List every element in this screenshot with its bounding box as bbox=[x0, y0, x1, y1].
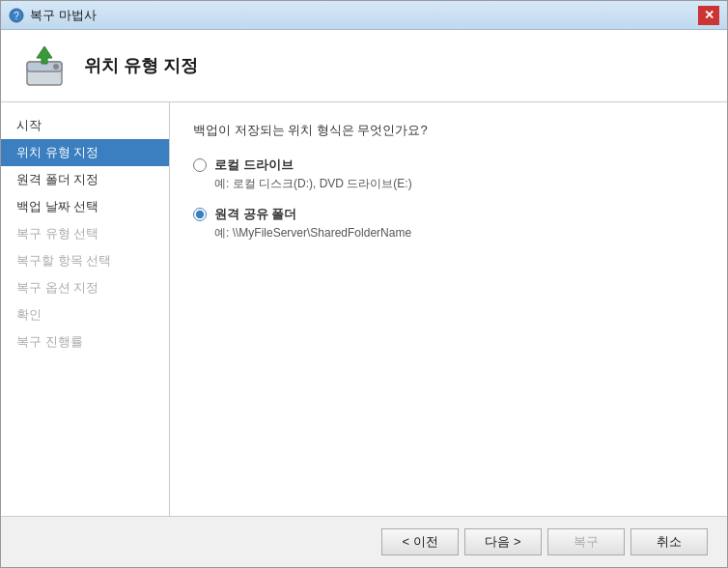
content-area: 백업이 저장되는 위치 형식은 무엇인가요? 로컬 드라이브 예: 로컬 디스크… bbox=[170, 102, 727, 516]
sidebar-item-start: 시작 bbox=[1, 112, 169, 139]
sidebar-item-recovery-items: 복구할 항목 선택 bbox=[1, 247, 169, 274]
radio-group: 로컬 드라이브 예: 로컬 디스크(D:), DVD 드라이브(E:) 원격 공… bbox=[193, 156, 704, 241]
prev-button[interactable]: < 이전 bbox=[381, 528, 459, 555]
sidebar-item-location-type: 위치 유형 지정 bbox=[1, 139, 169, 166]
sidebar-item-progress: 복구 진행률 bbox=[1, 328, 169, 355]
remote-folder-option: 원격 공유 폴더 예: \\MyFileServer\SharedFolderN… bbox=[193, 206, 704, 241]
svg-point-4 bbox=[53, 64, 59, 70]
remote-folder-label: 원격 공유 폴더 bbox=[214, 206, 296, 223]
main-content: 시작 위치 유형 지정 원격 폴더 지정 백업 날짜 선택 복구 유형 선택 복… bbox=[1, 102, 727, 516]
title-bar-left: ? 복구 마법사 bbox=[9, 7, 97, 24]
remote-folder-desc: 예: \\MyFileServer\SharedFolderName bbox=[214, 225, 704, 241]
sidebar-item-recovery-options: 복구 옵션 지정 bbox=[1, 274, 169, 301]
local-drive-label-row: 로컬 드라이브 bbox=[193, 156, 704, 174]
svg-text:?: ? bbox=[14, 11, 19, 21]
next-button[interactable]: 다음 > bbox=[464, 528, 542, 555]
content-question: 백업이 저장되는 위치 형식은 무엇인가요? bbox=[193, 122, 704, 139]
sidebar-item-backup-date: 백업 날짜 선택 bbox=[1, 193, 169, 220]
local-drive-desc: 예: 로컬 디스크(D:), DVD 드라이브(E:) bbox=[214, 176, 704, 192]
local-drive-radio[interactable] bbox=[193, 158, 207, 172]
wizard-window: ? 복구 마법사 ✕ 위치 유형 지정 시작 위치 유형 지정 원격 폴더 지정 bbox=[0, 0, 728, 568]
sidebar-item-remote-folder: 원격 폴더 지정 bbox=[1, 166, 169, 193]
title-bar: ? 복구 마법사 ✕ bbox=[1, 1, 727, 30]
recover-button[interactable]: 복구 bbox=[547, 528, 625, 555]
header-section: 위치 유형 지정 bbox=[1, 30, 727, 102]
footer: < 이전 다음 > 복구 취소 bbox=[1, 516, 727, 567]
local-drive-option: 로컬 드라이브 예: 로컬 디스크(D:), DVD 드라이브(E:) bbox=[193, 156, 704, 192]
title-icon: ? bbox=[9, 8, 24, 23]
local-drive-label: 로컬 드라이브 bbox=[214, 156, 294, 174]
page-title: 위치 유형 지정 bbox=[84, 54, 198, 77]
header-icon bbox=[20, 42, 69, 90]
sidebar-item-confirm: 확인 bbox=[1, 301, 169, 328]
remote-folder-label-row: 원격 공유 폴더 bbox=[193, 206, 704, 223]
header-svg-icon bbox=[21, 43, 68, 89]
sidebar: 시작 위치 유형 지정 원격 폴더 지정 백업 날짜 선택 복구 유형 선택 복… bbox=[1, 102, 170, 516]
close-button[interactable]: ✕ bbox=[698, 6, 719, 25]
window-title: 복구 마법사 bbox=[30, 7, 97, 24]
remote-folder-radio[interactable] bbox=[193, 208, 207, 221]
sidebar-item-recovery-type: 복구 유형 선택 bbox=[1, 220, 169, 247]
cancel-button[interactable]: 취소 bbox=[630, 528, 708, 555]
